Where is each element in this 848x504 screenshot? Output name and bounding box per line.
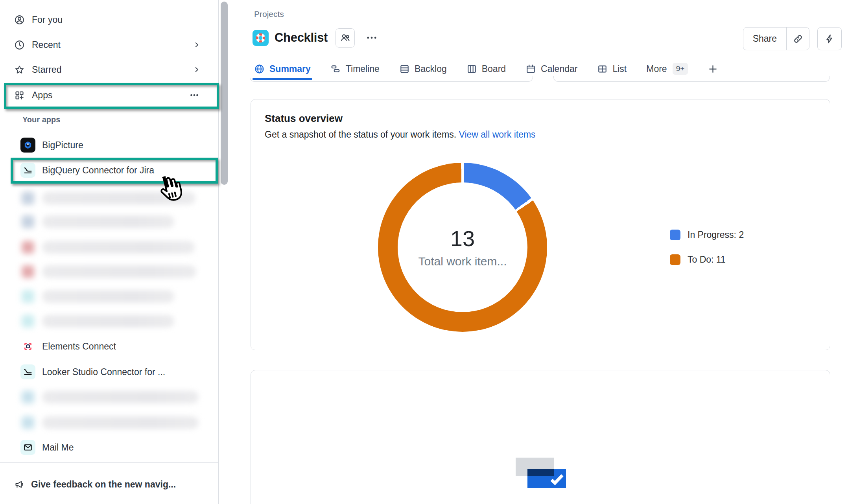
redacted-app-label [42,265,196,278]
timeline-icon [330,64,341,74]
tab-backlog[interactable]: Backlog [399,57,447,80]
mail-me-app-icon [20,440,35,455]
status-overview-title: Status overview [265,112,343,125]
sidebar-item-recent[interactable]: Recent [0,35,218,54]
person-circle-icon [14,15,25,25]
subtitle-text: Get a snapshot of the status of your wor… [265,129,456,140]
redacted-app-label [42,241,195,254]
redacted-app-icon [20,314,35,329]
redacted-app-icon [20,390,35,405]
tab-label: Board [482,64,506,74]
app-label: BigQuery Connector for Jira [42,165,154,176]
sidebar-app-bigpicture[interactable]: BigPicture [12,135,218,155]
sidebar-item-label: Recent [32,40,61,50]
more-tabs-count-badge: 9+ [673,63,688,75]
app-label: Looker Studio Connector for ... [42,367,165,377]
app-label: BigPicture [42,140,83,151]
tab-list[interactable]: List [597,57,627,80]
project-header: Checklist [253,28,378,48]
legend-item-to-do[interactable]: To Do: 11 [670,254,744,265]
legend-swatch-in-progress [670,230,680,240]
legend-swatch-to-do [670,254,680,265]
sidebar-item-label: Apps [32,90,52,101]
sidebar-item-apps[interactable]: Apps [0,86,218,105]
sidebar-app-mail-me[interactable]: Mail Me [12,437,218,458]
copy-link-button[interactable] [786,28,809,50]
tab-label: Backlog [415,64,447,74]
redacted-app-label [42,416,199,429]
feedback-label: Give feedback on the new navig... [31,479,176,490]
add-view-button[interactable] [708,57,718,80]
sidebar-app-elements-connect[interactable]: Elements Connect [12,336,218,357]
board-icon [466,64,477,74]
tab-calendar[interactable]: Calendar [525,57,577,80]
sidebar-app-bigquery-connector[interactable]: BigQuery Connector for Jira [12,160,218,180]
plus-icon [708,64,718,74]
tab-label: Calendar [541,64,577,74]
automation-button[interactable] [817,27,842,50]
sidebar-border [218,0,219,504]
tab-timeline[interactable]: Timeline [330,57,380,80]
breadcrumb[interactable]: Projects [254,9,284,19]
sidebar-item-starred[interactable]: Starred [0,60,218,79]
redacted-app-row[interactable] [12,387,218,407]
megaphone-icon [14,479,25,490]
redacted-app-icon [20,191,35,206]
elements-connect-app-icon [20,339,35,354]
redacted-app-row[interactable] [12,261,218,282]
clock-icon [14,40,25,50]
checkmark-icon [549,473,564,486]
redacted-app-row[interactable] [12,237,218,258]
sidebar-item-label: For you [32,15,63,25]
legend-item-in-progress[interactable]: In Progress: 2 [670,230,744,240]
bigpicture-app-icon [20,138,35,153]
redacted-app-label [42,391,199,403]
calendar-icon [525,64,536,74]
redacted-app-label [42,315,174,327]
main-content: Projects Checklist S [231,0,848,504]
legend-label: In Progress: 2 [688,230,744,240]
redacted-app-row[interactable] [12,212,218,232]
share-split-button: Share [743,27,809,50]
view-all-work-items-link[interactable]: View all work items [459,129,535,140]
tab-more[interactable]: More 9+ [646,57,688,80]
link-icon [793,33,804,44]
people-icon [340,32,351,43]
chevron-right-icon [192,40,201,49]
redacted-app-label [42,290,174,303]
next-widget-card [251,370,830,504]
more-options-icon[interactable] [188,89,200,101]
total-work-items-value: 13 [450,226,475,251]
redacted-app-icon [20,240,35,255]
sidebar-app-looker-studio-connector[interactable]: Looker Studio Connector for ... [12,362,218,382]
total-work-items-label: Total work item... [418,255,507,268]
app-label: Elements Connect [42,341,116,352]
page-title: Checklist [275,31,328,45]
chevron-right-icon [192,65,201,74]
status-donut-chart[interactable]: 13 Total work item... [378,163,547,332]
share-button[interactable]: Share [743,28,786,50]
sidebar-item-for-you[interactable]: For you [0,10,218,29]
give-feedback-button[interactable]: Give feedback on the new navig... [0,473,218,495]
globe-icon [254,64,265,74]
redacted-app-icon [20,214,35,229]
redacted-app-row[interactable] [12,286,218,307]
your-apps-heading: Your apps [22,115,60,124]
tab-label: Timeline [346,64,380,74]
tab-summary[interactable]: Summary [254,57,311,80]
sidebar-scrollbar-thumb[interactable] [221,2,228,185]
tab-label: Summary [269,64,311,74]
project-lifebuoy-icon [253,30,269,46]
lightning-icon [824,33,835,44]
chart-legend: In Progress: 2 To Do: 11 [670,230,744,265]
bigquery-connector-app-icon [20,163,35,178]
star-icon [14,64,25,75]
tab-board[interactable]: Board [466,57,506,80]
redacted-app-icon [20,264,35,279]
redacted-app-row[interactable] [12,412,218,433]
project-more-button[interactable] [365,31,378,44]
sidebar: For you Recent Starred Apps [0,0,231,504]
jira-app-window: For you Recent Starred Apps [0,0,848,504]
project-members-button[interactable] [336,28,355,48]
redacted-app-row[interactable] [12,311,218,331]
